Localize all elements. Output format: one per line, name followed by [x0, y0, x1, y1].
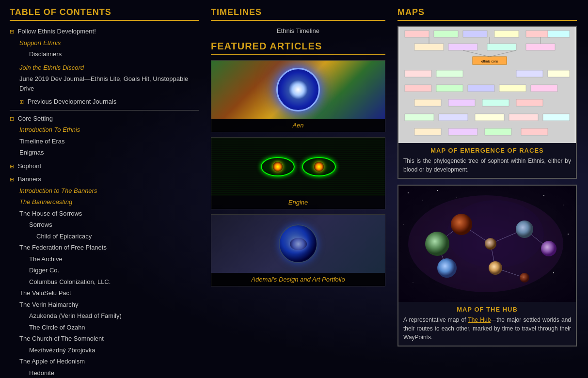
svg-rect-23	[448, 99, 475, 106]
toc-sorrows-link[interactable]: Sorrows	[29, 221, 52, 228]
svg-rect-30	[543, 114, 570, 121]
map-emergence-caption: Map of Emergence of Races This is the ph…	[398, 143, 576, 178]
svg-rect-26	[405, 114, 434, 121]
toc-divider-1	[10, 110, 199, 110]
card-engine-image	[211, 138, 385, 196]
toc-circle-ozahn-link[interactable]: The Circle of Ozahn	[29, 324, 85, 331]
eye-pupil-left	[273, 162, 283, 172]
svg-rect-25	[516, 99, 543, 106]
card-portfolio-label: Ademal's Design and Art Portfolio	[211, 273, 385, 286]
toc-enigmas-link[interactable]: Enigmas	[19, 149, 44, 156]
toc-bannercasting-link[interactable]: The Bannercasting	[19, 198, 72, 205]
expand-icon-banners: ⊞	[10, 176, 14, 182]
toc-devjournal-link[interactable]: June 2019 Dev Journal—Ethnis Lite, Goals…	[19, 75, 188, 92]
toc-discord-link[interactable]: Join the Ethnis Discord	[19, 64, 84, 71]
portfolio-eye	[290, 238, 307, 250]
toc-banners-link[interactable]: Banners	[18, 175, 41, 183]
toc-azukenda-link[interactable]: Azukenda (Verin Head of Family)	[29, 312, 122, 319]
toc-follow-link[interactable]: Follow Ethnis Development!	[18, 28, 96, 35]
svg-rect-33	[485, 128, 511, 135]
toc-verin-link[interactable]: The Verin Haimarchy	[19, 301, 78, 308]
svg-rect-15	[516, 70, 543, 77]
toc-apple-hedonism: The Apple of Hedonism	[10, 356, 199, 367]
toc-sophont-header: ⊞ Sophont	[10, 160, 199, 172]
toc-house-sorrows-link[interactable]: The House of Sorrows	[19, 210, 82, 217]
toc-intro-ethnis-link[interactable]: Introduction To Ethnis	[19, 126, 80, 133]
svg-rect-27	[439, 114, 468, 121]
toc-valuselu-link[interactable]: The ValuSelu Pact	[19, 289, 71, 297]
toc-title: Table of Contents	[10, 7, 199, 21]
svg-rect-31	[414, 128, 441, 135]
hub-stars-bg	[398, 186, 576, 302]
card-aen-link[interactable]: Aen	[292, 122, 303, 129]
featured-card-portfolio: Ademal's Design and Art Portfolio	[211, 214, 385, 286]
svg-rect-28	[475, 114, 504, 121]
toc-archive-link[interactable]: The Archive	[29, 255, 63, 263]
expand-icon-sophont: ⊞	[10, 163, 14, 169]
toc-follow-header: ⊟ Follow Ethnis Development!	[10, 26, 199, 37]
svg-rect-17	[405, 85, 431, 92]
map-emergence-text: This is the phylogenetic tree of sophont…	[403, 157, 571, 174]
toc-apple-hedonism-link[interactable]: The Apple of Hedonism	[19, 358, 85, 365]
toc-coresetting-link[interactable]: Core Setting	[18, 115, 53, 122]
expand-icon-prevjournals: ⊞	[19, 99, 24, 105]
toc-mezihvezdny: Mezihvēzdný Zbrojovka	[10, 345, 199, 356]
toc-mezihvezdny-link[interactable]: Mezihvēzdný Zbrojovka	[29, 346, 95, 354]
svg-rect-21	[531, 85, 557, 92]
svg-rect-9	[487, 44, 516, 50]
toc-prevjournals: ⊞ Previous Development Journals	[10, 96, 199, 108]
svg-rect-7	[414, 44, 444, 50]
toc-timeline-eras-link[interactable]: Timeline of Eras	[19, 138, 64, 145]
map-hub-caption: Map of the Hub A representative map of T…	[398, 302, 576, 346]
toc-federation: The Federation of Free Planets	[10, 242, 199, 253]
toc-digger-link[interactable]: Digger Co.	[29, 267, 59, 274]
map-hub-image	[398, 186, 576, 302]
svg-rect-29	[509, 114, 538, 121]
card-portfolio-image	[211, 215, 385, 273]
toc-bannercasting: The Bannercasting	[10, 196, 199, 208]
toc-banners-header: ⊞ Banners	[10, 173, 199, 185]
toc-intro-ethnis: Introduction To Ethnis	[10, 124, 199, 136]
svg-rect-19	[468, 85, 494, 92]
toc-intro-banners: Introduction to The Banners	[10, 185, 199, 197]
toc-child-epicaricacy: Child of Epicaricacy	[10, 231, 199, 242]
toc-intro-banners-link[interactable]: Introduction to The Banners	[19, 187, 97, 194]
featured-card-aen: Aen	[211, 60, 385, 132]
card-portfolio-link[interactable]: Ademal's Design and Art Portfolio	[251, 276, 345, 283]
map-hub-the-hub-link[interactable]: The Hub	[468, 316, 491, 323]
toc-azukenda: Azukenda (Verin Head of Family)	[10, 310, 199, 322]
svg-rect-10	[526, 44, 555, 50]
svg-rect-34	[521, 128, 548, 135]
svg-rect-16	[548, 70, 570, 77]
card-engine-label: Engine	[211, 196, 385, 209]
maps-title: Maps	[397, 7, 577, 21]
ethnis-timeline-link[interactable]: Ethnis Timeline	[211, 25, 385, 37]
toc-church-somnolent: The Church of The Somnolent	[10, 333, 199, 345]
map-card-emergence: ethnis core	[397, 26, 577, 179]
svg-rect-6	[548, 31, 570, 37]
page-container: Table of Contents ⊟ Follow Ethnis Develo…	[0, 0, 588, 378]
toc-church-somnolent-link[interactable]: The Church of The Somnolent	[19, 335, 104, 342]
toc-sophont-link[interactable]: Sophont	[18, 162, 41, 170]
map-hub-title: Map of the Hub	[403, 306, 571, 313]
card-engine-link[interactable]: Engine	[288, 199, 308, 206]
middle-column: Timelines Ethnis Timeline Featured Artic…	[204, 5, 393, 378]
map-hub-text: A representative map of The Hub—the majo…	[403, 315, 571, 342]
aen-sphere	[276, 68, 320, 111]
phylo-svg: ethnis core	[398, 27, 576, 143]
toc-disclaimers-link[interactable]: Disclaimers	[29, 50, 62, 58]
svg-rect-5	[526, 31, 550, 37]
svg-rect-18	[436, 85, 463, 92]
toc-columbus-link[interactable]: Columbus Colonization, LLC.	[29, 278, 111, 285]
toc-disclaimers: Disclaimers	[10, 48, 199, 60]
toc-hedonite-link[interactable]: Hedonite	[29, 369, 54, 377]
toc-support-link[interactable]: Support Ethnis	[19, 39, 61, 47]
toc-federation-link[interactable]: The Federation of Free Planets	[19, 244, 107, 251]
matrix-bg	[211, 138, 385, 196]
toc-list: ⊟ Follow Ethnis Development! Support Eth…	[10, 26, 199, 378]
svg-rect-22	[414, 99, 441, 106]
toc-child-epicaricacy-link[interactable]: Child of Epicaricacy	[36, 233, 92, 240]
map-hub-desc-before: A representative map of	[403, 316, 466, 323]
toc-prevjournals-link[interactable]: Previous Development Journals	[28, 98, 117, 105]
toc-hedonite: Hedonite	[10, 367, 199, 378]
